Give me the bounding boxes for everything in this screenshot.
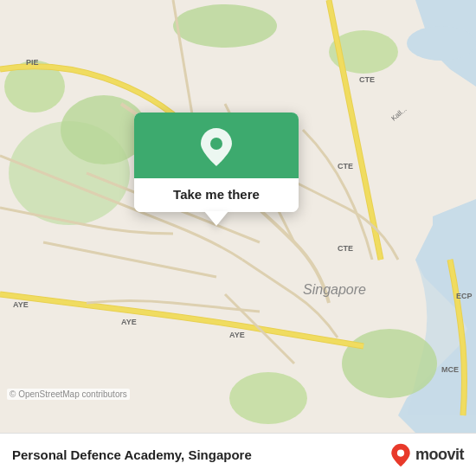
svg-point-11 bbox=[229, 372, 307, 424]
map-svg: PIE CTE CTE CTE AYE AYE AYE ECP MCE Sing… bbox=[0, 0, 476, 433]
moovit-logo: moovit bbox=[389, 443, 464, 467]
svg-point-24 bbox=[397, 449, 404, 456]
popup-tail bbox=[204, 211, 228, 226]
map-pin-icon bbox=[197, 128, 235, 166]
svg-point-23 bbox=[210, 138, 222, 150]
svg-text:AYE: AYE bbox=[229, 331, 245, 339]
popup-header bbox=[134, 113, 299, 178]
svg-text:CTE: CTE bbox=[338, 244, 353, 253]
svg-point-4 bbox=[407, 26, 476, 61]
location-popup[interactable]: Take me there bbox=[134, 113, 299, 212]
bottom-bar: Personal Defence Academy, Singapore moov… bbox=[0, 433, 476, 476]
svg-text:CTE: CTE bbox=[338, 162, 353, 170]
svg-point-10 bbox=[342, 329, 437, 398]
svg-text:AYE: AYE bbox=[13, 300, 29, 309]
map-attribution: © OpenStreetMap contributors bbox=[7, 389, 130, 400]
location-name: Personal Defence Academy, Singapore bbox=[12, 447, 389, 462]
map-container: PIE CTE CTE CTE AYE AYE AYE ECP MCE Sing… bbox=[0, 0, 476, 433]
svg-point-8 bbox=[173, 4, 277, 48]
svg-text:Singapore: Singapore bbox=[303, 282, 366, 297]
svg-text:ECP: ECP bbox=[456, 292, 473, 300]
svg-text:CTE: CTE bbox=[359, 75, 375, 84]
moovit-text: moovit bbox=[415, 446, 464, 464]
moovit-icon bbox=[389, 443, 413, 467]
svg-text:AYE: AYE bbox=[121, 318, 137, 326]
svg-text:PIE: PIE bbox=[26, 58, 39, 67]
take-me-there-button[interactable]: Take me there bbox=[134, 178, 299, 212]
svg-text:MCE: MCE bbox=[441, 365, 459, 374]
